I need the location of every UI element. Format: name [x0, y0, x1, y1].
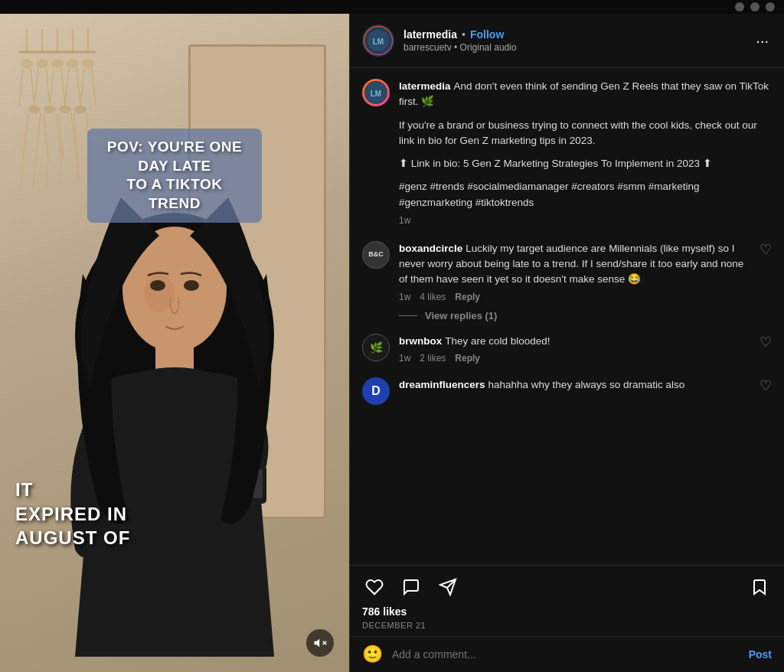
- svg-point-41: [132, 367, 217, 395]
- action-icons-row: [362, 575, 772, 599]
- heart-icon: [365, 578, 384, 596]
- emoji-button[interactable]: 🙂: [362, 644, 383, 664]
- svg-line-12: [31, 68, 34, 106]
- boxandcircle-likes: 4 likes: [420, 292, 446, 302]
- svg-line-34: [33, 159, 36, 190]
- instagram-panel: LM latermedia • Follow barrescuetv • Ori…: [349, 14, 784, 672]
- brwnbox-timestamp: 1w: [399, 353, 410, 364]
- main-post-avatar[interactable]: LM: [362, 79, 390, 106]
- bookmark-button[interactable]: [747, 575, 772, 599]
- svg-point-44: [150, 280, 165, 291]
- comment-icon: [402, 578, 420, 596]
- top-bar: [0, 0, 784, 14]
- view-replies-line: [399, 315, 417, 316]
- comment-boxandcircle: B&C boxandcircleLuckily my target audien…: [362, 241, 772, 302]
- top-bar-icon-2: [750, 2, 760, 11]
- boxandcircle-heart-icon[interactable]: ♡: [760, 241, 772, 258]
- brwnbox-meta: 1w 2 likes Reply: [399, 353, 750, 364]
- like-button[interactable]: [362, 575, 387, 599]
- dreaminfluencers-heart-icon[interactable]: ♡: [760, 377, 772, 394]
- comment-dreaminfluencers: D dreaminfluencershahahha why they alway…: [362, 377, 772, 405]
- top-bar-icon-1: [735, 2, 744, 11]
- view-replies-button[interactable]: View replies (1): [425, 310, 497, 321]
- main-post-username[interactable]: latermedia: [399, 80, 451, 92]
- brwnbox-comment: They are cold blooded!: [445, 335, 550, 347]
- post-author-avatar[interactable]: LM: [362, 24, 394, 57]
- mute-button[interactable]: [306, 629, 334, 657]
- dreaminfluencers-username[interactable]: dreaminfluencers: [399, 379, 485, 390]
- svg-point-39: [144, 274, 175, 312]
- comment-input-area: 🙂 Post: [350, 636, 784, 672]
- svg-line-33: [21, 159, 23, 190]
- follow-button[interactable]: Follow: [470, 28, 504, 41]
- bookmark-icon: [750, 578, 769, 596]
- main-post-text2: If you're a brand or business trying to …: [399, 118, 772, 149]
- post-author-username[interactable]: latermedia: [403, 28, 457, 41]
- main-post-text1: And don't even think of sending Gen Z Re…: [399, 80, 769, 107]
- brwnbox-likes: 2 likes: [420, 353, 446, 364]
- share-button[interactable]: [436, 575, 460, 599]
- main-post-text-content: latermediaAnd don't even think of sendin…: [399, 79, 772, 226]
- post-header-info: latermedia • Follow barrescuetv • Origin…: [403, 28, 743, 53]
- svg-line-25: [23, 113, 28, 159]
- svg-point-45: [184, 280, 199, 291]
- brwnbox-heart-icon[interactable]: ♡: [760, 334, 772, 351]
- svg-line-14: [46, 68, 50, 106]
- post-date: DECEMBER 21: [362, 621, 772, 630]
- comments-area[interactable]: LM latermediaAnd don't even think of sen…: [350, 68, 784, 565]
- video-panel: POV: YOU'RE ONE DAY LATE TO A TIKTOK TRE…: [0, 14, 349, 672]
- main-post-avatar-inner: LM: [364, 81, 387, 104]
- svg-point-21: [28, 106, 41, 113]
- dreaminfluencers-avatar-text: D: [371, 384, 381, 398]
- svg-line-13: [34, 68, 38, 106]
- boxandcircle-avatar[interactable]: B&C: [362, 241, 390, 269]
- latermedia-avatar-icon: LM: [368, 30, 389, 51]
- svg-text:LM: LM: [371, 90, 381, 98]
- boxandcircle-meta: 1w 4 likes Reply: [399, 292, 750, 302]
- post-comment-button[interactable]: Post: [749, 648, 772, 661]
- brwnbox-reply-button[interactable]: Reply: [455, 353, 480, 364]
- boxandcircle-text: boxandcircleLuckily my target audience a…: [399, 241, 750, 288]
- likes-count: 786 likes: [362, 605, 772, 618]
- boxandcircle-avatar-text: B&C: [368, 251, 384, 258]
- svg-line-18: [77, 68, 80, 106]
- video-text-overlay: POV: YOU'RE ONE DAY LATE TO A TIKTOK TRE…: [87, 129, 262, 223]
- svg-point-22: [44, 106, 56, 113]
- main-post-timestamp: 1w: [399, 215, 772, 226]
- more-options-button[interactable]: ···: [753, 29, 772, 53]
- svg-point-9: [67, 59, 79, 68]
- comment-brwnbox: 🌿 brwnboxThey are cold blooded! 1w 2 lik…: [362, 334, 772, 364]
- dot-separator: •: [462, 28, 466, 41]
- post-header: LM latermedia • Follow barrescuetv • Ori…: [350, 14, 784, 68]
- svg-point-24: [74, 106, 87, 113]
- boxandcircle-reply-button[interactable]: Reply: [455, 292, 480, 302]
- dreaminfluencers-avatar[interactable]: D: [362, 377, 390, 405]
- boxandcircle-timestamp: 1w: [399, 292, 410, 302]
- video-overlay-text: POV: YOU'RE ONE DAY LATE TO A TIKTOK TRE…: [101, 138, 248, 214]
- comment-button[interactable]: [399, 575, 423, 599]
- svg-text:LM: LM: [373, 38, 384, 46]
- avatar-inner: LM: [364, 27, 392, 54]
- svg-line-15: [50, 68, 54, 106]
- brwnbox-username[interactable]: brwnbox: [399, 335, 442, 347]
- brwnbox-content: brwnboxThey are cold blooded! 1w 2 likes…: [399, 334, 750, 364]
- brwnbox-avatar-emoji: 🌿: [370, 341, 383, 354]
- svg-line-19: [80, 68, 84, 106]
- post-header-top: latermedia • Follow: [403, 28, 743, 41]
- svg-line-16: [61, 68, 65, 106]
- share-icon: [439, 578, 457, 596]
- comment-text-input[interactable]: [392, 648, 740, 661]
- dreaminfluencers-comment: hahahha why they always so dramatic also: [488, 379, 685, 390]
- svg-point-23: [59, 106, 71, 113]
- main-post-text3: ⬆ Link in bio: 5 Gen Z Marketing Strateg…: [399, 156, 772, 171]
- svg-point-8: [51, 59, 64, 68]
- boxandcircle-username[interactable]: boxandcircle: [399, 243, 462, 254]
- video-bottom-text: IT EXPIRED IN AUGUST OF: [15, 478, 130, 550]
- brwnbox-avatar[interactable]: 🌿: [362, 334, 390, 361]
- main-post-text: latermediaAnd don't even think of sendin…: [399, 79, 772, 110]
- svg-line-20: [92, 68, 96, 106]
- svg-point-7: [36, 59, 48, 68]
- main-post-avatar-icon: LM: [365, 82, 387, 103]
- view-replies-section: View replies (1): [399, 310, 772, 321]
- expired-text: IT EXPIRED IN AUGUST OF: [15, 478, 130, 550]
